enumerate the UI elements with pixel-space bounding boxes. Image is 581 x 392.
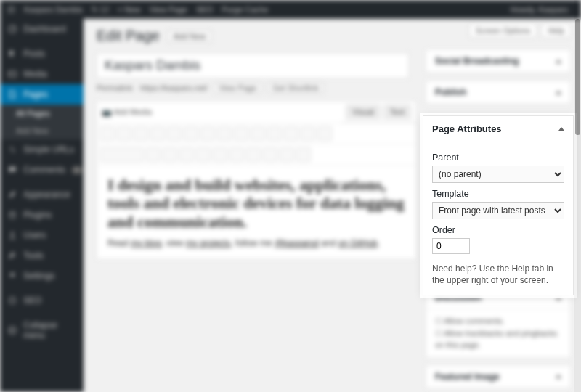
toolbar-button[interactable] <box>284 126 298 141</box>
submenu-all-pages[interactable]: All Pages <box>0 105 84 122</box>
permalink-url: https://kaspars.net/ <box>140 83 208 92</box>
dashboard-icon <box>7 24 17 34</box>
add-new-button[interactable]: Add New <box>167 30 213 43</box>
sidebar-item-appearance[interactable]: Appearance <box>0 184 84 205</box>
content-paragraph: Read my blog, view my projects, follow m… <box>107 238 405 248</box>
toggle-icon[interactable] <box>556 60 561 63</box>
order-label: Order <box>432 225 564 235</box>
toolbar-button[interactable] <box>196 147 211 162</box>
updates-count[interactable]: ↻ 12 <box>92 5 109 15</box>
sidebar-item-plugins[interactable]: Plugins <box>0 205 84 225</box>
new-content[interactable]: + New <box>118 5 141 14</box>
seo-menu[interactable]: SEO <box>196 5 213 14</box>
site-name[interactable]: Kaspars Dambis <box>24 5 83 14</box>
get-shortlink-button[interactable]: Get Shortlink <box>267 82 324 94</box>
svg-rect-1 <box>9 72 16 77</box>
sidebar-item-dashboard[interactable]: Dashboard <box>0 19 84 39</box>
sidebar-label: Comments <box>23 165 65 175</box>
toolbar-button[interactable] <box>163 147 177 162</box>
tools-icon <box>7 250 17 261</box>
sidebar-item-comments[interactable]: Comments 0 <box>0 160 84 180</box>
metabox-featured-image: Featured Image <box>426 365 571 389</box>
order-input[interactable] <box>432 238 470 254</box>
purge-cache[interactable]: Purge Cache <box>222 5 268 14</box>
toolbar-button[interactable] <box>134 126 148 141</box>
parent-select[interactable]: (no parent) <box>432 166 564 183</box>
toggle-icon[interactable] <box>556 296 561 300</box>
scrollbar-thumb[interactable] <box>575 19 580 135</box>
metabox-title: Publish <box>435 87 466 97</box>
toolbar-button[interactable] <box>100 126 115 141</box>
allow-pingbacks-row[interactable]: ☐ Allow trackbacks and pingbacks on this… <box>435 327 561 351</box>
toolbar-button[interactable] <box>217 126 232 141</box>
help-text: Need help? Use the Help tab in the upper… <box>432 263 564 286</box>
toolbar-button[interactable] <box>146 147 161 162</box>
editor-body[interactable]: I design and build websites, application… <box>97 166 415 258</box>
toolbar-button[interactable] <box>150 126 165 141</box>
parent-label: Parent <box>432 152 564 163</box>
toolbar-button[interactable] <box>317 126 332 141</box>
view-page[interactable]: View Page <box>150 5 187 14</box>
pin-icon <box>7 49 17 59</box>
scrollbar[interactable] <box>574 0 581 392</box>
svg-point-3 <box>11 232 14 235</box>
toolbar-button[interactable] <box>213 147 227 162</box>
tab-text[interactable]: Text <box>383 105 411 119</box>
screen-options-tab[interactable]: Screen Options <box>469 23 537 38</box>
view-page-button[interactable]: View Page <box>214 82 261 94</box>
toolbar-button[interactable] <box>167 126 182 141</box>
sidebar-label: Settings <box>23 271 54 281</box>
toolbar-button[interactable] <box>117 126 131 141</box>
template-select[interactable]: Front page with latest posts <box>432 202 564 219</box>
format-select[interactable] <box>100 147 144 162</box>
comment-icon <box>7 165 17 175</box>
sidebar-label: Posts <box>23 49 45 59</box>
permalink-label: Permalink: <box>97 83 134 92</box>
add-media-button[interactable]: 📷 Add Media <box>97 105 156 120</box>
sidebar-label: Appearance <box>23 189 70 200</box>
sidebar-item-collapse[interactable]: Collapse menu <box>0 315 84 346</box>
toggle-icon[interactable] <box>556 91 561 94</box>
content-heading: I design and build websites, application… <box>107 176 405 231</box>
sidebar-submenu-pages: All Pages Add New <box>0 105 84 139</box>
toggle-icon[interactable] <box>558 127 564 131</box>
allow-comments-row[interactable]: ☐ Allow comments. <box>435 315 561 327</box>
toolbar-button[interactable] <box>234 126 248 141</box>
toolbar-button[interactable] <box>280 147 294 162</box>
editor-toolbar <box>97 123 415 144</box>
settings-icon <box>7 271 17 281</box>
toolbar-button[interactable] <box>251 126 265 141</box>
sidebar-item-media[interactable]: Media <box>0 64 84 84</box>
sidebar-item-settings[interactable]: Settings <box>0 266 84 286</box>
page-title-text: Edit Page <box>97 28 160 44</box>
sidebar-item-posts[interactable]: Posts <box>0 44 84 64</box>
toolbar-button[interactable] <box>267 126 282 141</box>
help-tab[interactable]: Help <box>541 23 571 38</box>
tab-visual[interactable]: Visual <box>346 105 381 119</box>
post-title-input[interactable] <box>97 53 409 78</box>
svg-point-5 <box>9 327 16 334</box>
toolbar-button[interactable] <box>179 147 194 162</box>
sidebar-item-pages[interactable]: Pages <box>0 84 84 105</box>
sidebar-label: Pages <box>23 89 48 99</box>
sidebar-label: Media <box>23 69 47 79</box>
metabox-social: Social Broadcasting <box>426 49 571 73</box>
sidebar-item-tools[interactable]: Tools <box>0 245 84 266</box>
toolbar-button[interactable] <box>200 126 215 141</box>
sidebar-item-simple-urls[interactable]: Simple URLs <box>0 139 84 160</box>
sidebar-item-users[interactable]: Users <box>0 225 84 245</box>
metabox-page-attributes: Page Attributes Parent (no parent) Templ… <box>423 115 574 295</box>
sidebar-label: Simple URLs <box>23 144 74 155</box>
toggle-icon[interactable] <box>556 375 561 378</box>
toolbar-button[interactable] <box>296 147 311 162</box>
toolbar-button[interactable] <box>263 147 277 162</box>
sidebar-item-seo[interactable]: SEO <box>0 290 84 311</box>
editor: 📷 Add Media Visual Text I design and bui… <box>97 101 416 259</box>
toolbar-button[interactable] <box>184 126 198 141</box>
howdy[interactable]: Howdy, Kaspars <box>511 5 574 14</box>
submenu-add-new[interactable]: Add New <box>0 122 84 139</box>
toolbar-button[interactable] <box>246 147 261 162</box>
wp-logo[interactable]: ⓪ <box>7 4 15 15</box>
toolbar-button[interactable] <box>229 147 244 162</box>
toolbar-button[interactable] <box>301 126 315 141</box>
